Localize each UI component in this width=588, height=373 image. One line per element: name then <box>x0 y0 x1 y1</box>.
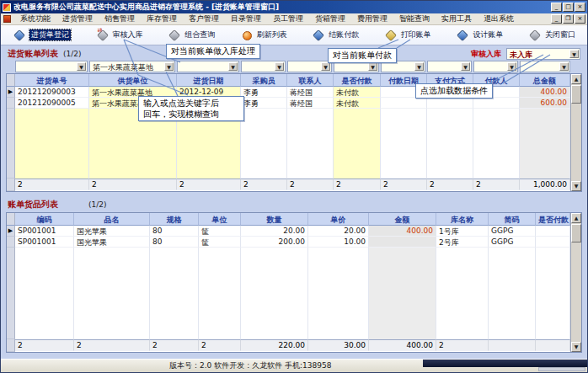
column-header[interactable]: 规格 <box>150 213 199 226</box>
chevron-down-icon[interactable]: ▼ <box>569 50 579 58</box>
filter-select-进货日期[interactable]: ▼ <box>177 61 239 72</box>
callout-load-condition: 点选加载数据条件 <box>415 83 493 99</box>
column-header[interactable]: 是否付款 <box>334 74 381 87</box>
table-cell: 蒋经国 <box>287 98 334 109</box>
filter-select-联系人[interactable]: ▼ <box>287 61 332 72</box>
filter-select-供货单位[interactable]: 第一水果蔬菜基地▼ <box>89 61 175 72</box>
column-header[interactable]: 数量 <box>241 213 308 226</box>
toolbar-button-结账付款[interactable]: 结账付款 <box>312 29 359 42</box>
window-title: 改电服务有限公司蔬菜配送中心实用商品进销存管理系统 - [进货账单管理窗口] <box>13 2 550 13</box>
toolbar-button-组合查询[interactable]: 组合查询 <box>168 29 215 42</box>
status-text: 版本号：2.0 软件开发：久龙软件 手机:138958 <box>169 360 331 371</box>
chevron-down-icon[interactable]: ▼ <box>228 62 238 71</box>
table-cell: SP001001 <box>15 226 74 237</box>
filler-cell <box>489 248 536 339</box>
filter-select-总金额[interactable]: ▼ <box>520 61 570 72</box>
row-selector <box>7 74 15 87</box>
column-header[interactable]: 采购员 <box>241 74 287 87</box>
column-header[interactable]: 联系人 <box>287 74 334 87</box>
column-header[interactable]: 进货单号 <box>15 74 89 87</box>
table-cell: 1号库 <box>436 226 489 237</box>
scroll-thumb[interactable] <box>571 85 581 104</box>
bill-items-header: 账单货品列表 (1/2) <box>6 199 582 210</box>
toolbar-button-设计账单[interactable]: 设计账单 <box>456 29 503 42</box>
chevron-down-icon[interactable]: ▼ <box>414 62 424 71</box>
scroll-up-icon[interactable]: ▲ <box>571 74 581 84</box>
scroll-up-icon[interactable]: ▲ <box>571 213 581 223</box>
filler-cell <box>369 248 436 339</box>
column-header[interactable]: 是否付款 <box>536 213 570 226</box>
toolbar-button-label: 关闭窗口 <box>545 29 575 40</box>
scroll-track[interactable] <box>571 104 581 181</box>
resize-grip[interactable] <box>538 367 585 371</box>
column-header[interactable]: 供货单位 <box>89 74 177 87</box>
toolbar-button-刷新列表[interactable]: 刷新列表 <box>240 29 287 42</box>
table-cell: 201212090003 <box>15 87 89 98</box>
app-window: 改电服务有限公司蔬菜配送中心实用商品进销存管理系统 - [进货账单管理窗口] _… <box>0 0 588 373</box>
column-header[interactable]: 编码 <box>15 213 74 226</box>
filter-select-支付方式[interactable]: ▼ <box>427 61 472 72</box>
menu-item-进货管理[interactable]: 进货管理 <box>56 13 99 24</box>
maximize-icon[interactable]: □ <box>563 3 574 12</box>
vertical-scrollbar[interactable]: ▲▼ <box>570 74 581 191</box>
scroll-down-icon[interactable]: ▼ <box>571 342 581 352</box>
menu-item-客户管理[interactable]: 客户管理 <box>183 13 225 24</box>
filter-select-进货单号[interactable]: ▼ <box>15 61 88 72</box>
toolbar-button-关闭窗口[interactable]: 关闭窗口 <box>528 29 575 42</box>
menu-item-退出系统[interactable]: 退出系统 <box>478 13 520 24</box>
menu-item-实用工具[interactable]: 实用工具 <box>436 13 478 24</box>
row-selector[interactable] <box>7 237 15 248</box>
table-row[interactable]: SP001001国光苹果80筐200.0010.002号库GGPG <box>7 237 570 248</box>
toolbar-button-label: 审核入库 <box>113 29 143 40</box>
menu-item-货箱管理[interactable]: 货箱管理 <box>309 13 351 24</box>
column-header[interactable]: 简码 <box>489 213 536 226</box>
chevron-down-icon[interactable]: ▼ <box>275 62 284 71</box>
row-selector[interactable] <box>7 98 15 109</box>
row-selector[interactable]: ▶ <box>7 226 15 237</box>
summary-cell: 2 <box>334 179 381 190</box>
minimize-icon[interactable]: _ <box>551 3 562 12</box>
chevron-down-icon[interactable]: ▼ <box>461 62 470 71</box>
toolbar-button-进货单登记[interactable]: 进货单登记 <box>13 29 71 42</box>
filter-select-采购员[interactable]: ▼ <box>241 61 286 72</box>
menu-item-员工管理[interactable]: 员工管理 <box>267 13 309 24</box>
column-header[interactable]: 单价 <box>308 213 369 226</box>
column-header[interactable]: 金额 <box>369 213 436 226</box>
mdi-minimize-icon[interactable]: _ <box>551 14 562 24</box>
chevron-down-icon[interactable]: ▼ <box>321 62 330 71</box>
column-header[interactable]: 库名称 <box>436 213 489 226</box>
audit-status-select[interactable]: 未入库 ▼ <box>506 48 580 60</box>
chevron-down-icon[interactable]: ▼ <box>368 62 377 71</box>
chevron-down-icon[interactable]: ▼ <box>164 62 174 71</box>
menu-item-系统功能[interactable]: 系统功能 <box>14 13 56 24</box>
table-row[interactable]: ▶SP001001国光苹果80筐20.0020.00400.001号库GGPG <box>7 226 570 237</box>
chevron-down-icon[interactable]: ▼ <box>77 62 86 71</box>
filter-select-付款人[interactable]: ▼ <box>473 61 518 72</box>
scroll-track[interactable] <box>571 242 581 342</box>
menu-item-销售管理[interactable]: 销售管理 <box>99 13 141 24</box>
table-row[interactable]: 201212090005第一水果蔬菜基地2012-12-09李勇蒋经国未付款60… <box>7 98 570 109</box>
table-cell: 201212090005 <box>15 98 89 109</box>
menu-item-费用管理[interactable]: 费用管理 <box>351 13 393 24</box>
row-selector[interactable]: ▶ <box>7 87 15 98</box>
summary-cell: 2 <box>74 339 150 351</box>
mdi-close-icon[interactable]: × <box>575 14 585 24</box>
column-header[interactable]: 单位 <box>199 213 241 226</box>
toolbar-button-打印账单[interactable]: 打印账单 <box>384 29 431 42</box>
chevron-down-icon[interactable]: ▼ <box>559 62 569 71</box>
filter-cell: ▼ <box>519 61 571 72</box>
toolbar-button-审核入库[interactable]: ⇄审核入库 <box>96 29 143 42</box>
menu-item-库存管理[interactable]: 库存管理 <box>141 13 183 24</box>
close-icon[interactable]: × <box>575 3 585 12</box>
menu-item-智能查询[interactable]: 智能查询 <box>393 13 436 24</box>
chevron-down-icon[interactable]: ▼ <box>507 62 516 71</box>
column-header[interactable]: 进货日期 <box>177 74 241 87</box>
scroll-thumb[interactable] <box>571 224 581 242</box>
column-header[interactable]: 总金额 <box>520 74 570 87</box>
close-window-diamond-icon <box>528 29 542 42</box>
menu-item-目录管理[interactable]: 目录管理 <box>225 13 267 24</box>
vertical-scrollbar[interactable]: ▲▼ <box>570 213 581 352</box>
scroll-down-icon[interactable]: ▼ <box>571 181 581 191</box>
column-header[interactable]: 品名 <box>74 213 150 226</box>
mdi-restore-icon[interactable]: ❐ <box>563 14 574 24</box>
